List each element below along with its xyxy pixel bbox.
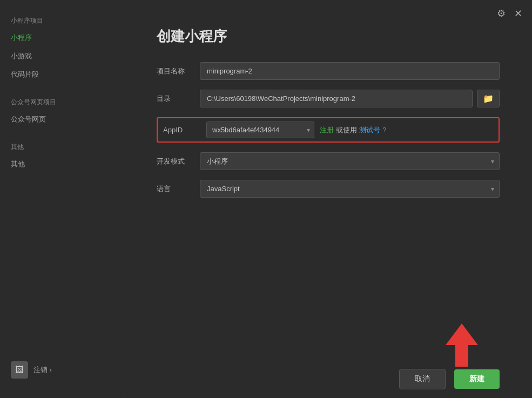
sidebar: 小程序项目 小程序 小游戏 代码片段 公众号网页项目 公众号网页 其他 其他 🖼… bbox=[0, 0, 124, 398]
other-section-title: 其他 bbox=[0, 137, 124, 155]
appid-or-text: 或使用 bbox=[336, 125, 357, 135]
directory-row: 目录 📁 bbox=[157, 90, 500, 107]
appid-row: AppID wx5bd6afa4ef434944 ▾ 注册 或使用 测试号 ? bbox=[157, 117, 500, 143]
dev-mode-control: 小程序 ▾ bbox=[200, 152, 500, 170]
main-content: ⚙ ✕ 创建小程序 项目名称 目录 bbox=[124, 0, 532, 398]
close-button[interactable]: ✕ bbox=[513, 6, 523, 21]
miniprogram-section-title: 小程序项目 bbox=[0, 11, 124, 29]
settings-button[interactable]: ⚙ bbox=[496, 6, 507, 21]
sidebar-bottom: 🖼 注销 › bbox=[0, 353, 124, 387]
project-name-label: 项目名称 bbox=[157, 66, 200, 76]
language-label: 语言 bbox=[157, 184, 200, 194]
appid-label: AppID bbox=[163, 126, 206, 134]
cancel-button[interactable]: 取消 bbox=[399, 369, 446, 389]
test-account-link[interactable]: 测试号 bbox=[359, 125, 380, 135]
language-select[interactable]: JavaScript bbox=[200, 180, 500, 198]
sidebar-item-minigame[interactable]: 小游戏 bbox=[0, 47, 124, 65]
sidebar-item-other[interactable]: 其他 bbox=[0, 155, 124, 173]
sidebar-item-codesnippet[interactable]: 代码片段 bbox=[0, 65, 124, 84]
register-link[interactable]: 注册 bbox=[320, 125, 334, 135]
dialog-title: 创建小程序 bbox=[157, 27, 500, 46]
dev-mode-label: 开发模式 bbox=[157, 157, 200, 166]
dialog-area: 创建小程序 项目名称 目录 📁 bbox=[124, 0, 532, 360]
language-control: JavaScript ▾ bbox=[200, 180, 500, 198]
appid-control: wx5bd6afa4ef434944 ▾ 注册 或使用 测试号 ? bbox=[206, 122, 493, 138]
dev-mode-select[interactable]: 小程序 bbox=[200, 152, 500, 170]
folder-icon: 📁 bbox=[483, 94, 494, 103]
bottom-bar: 取消 新建 bbox=[124, 360, 532, 398]
sidebar-item-miniprogram[interactable]: 小程序 bbox=[0, 29, 124, 47]
project-name-control bbox=[200, 62, 500, 80]
appid-links: 注册 或使用 测试号 ? bbox=[320, 125, 386, 135]
dev-mode-row: 开发模式 小程序 ▾ bbox=[157, 152, 500, 170]
project-name-input[interactable] bbox=[200, 62, 500, 80]
settings-icon: ⚙ bbox=[497, 8, 506, 19]
directory-input[interactable] bbox=[200, 90, 473, 107]
sidebar-item-webpage[interactable]: 公众号网页 bbox=[0, 110, 124, 129]
project-name-row: 项目名称 bbox=[157, 62, 500, 80]
help-icon[interactable]: ? bbox=[382, 126, 386, 134]
top-icons: ⚙ ✕ bbox=[496, 6, 523, 21]
appid-select-wrapper: wx5bd6afa4ef434944 ▾ bbox=[206, 122, 314, 138]
directory-control: 📁 bbox=[200, 90, 500, 107]
folder-browse-button[interactable]: 📁 bbox=[477, 90, 500, 107]
directory-label: 目录 bbox=[157, 94, 200, 104]
webpage-section-title: 公众号网页项目 bbox=[0, 92, 124, 110]
close-icon: ✕ bbox=[514, 8, 522, 19]
app-container: 小程序项目 小程序 小游戏 代码片段 公众号网页项目 公众号网页 其他 其他 🖼… bbox=[0, 0, 532, 398]
logout-link[interactable]: 注销 › bbox=[33, 365, 52, 375]
avatar: 🖼 bbox=[11, 361, 28, 379]
language-row: 语言 JavaScript ▾ bbox=[157, 180, 500, 198]
appid-select[interactable]: wx5bd6afa4ef434944 bbox=[206, 122, 314, 138]
create-button[interactable]: 新建 bbox=[454, 369, 500, 389]
